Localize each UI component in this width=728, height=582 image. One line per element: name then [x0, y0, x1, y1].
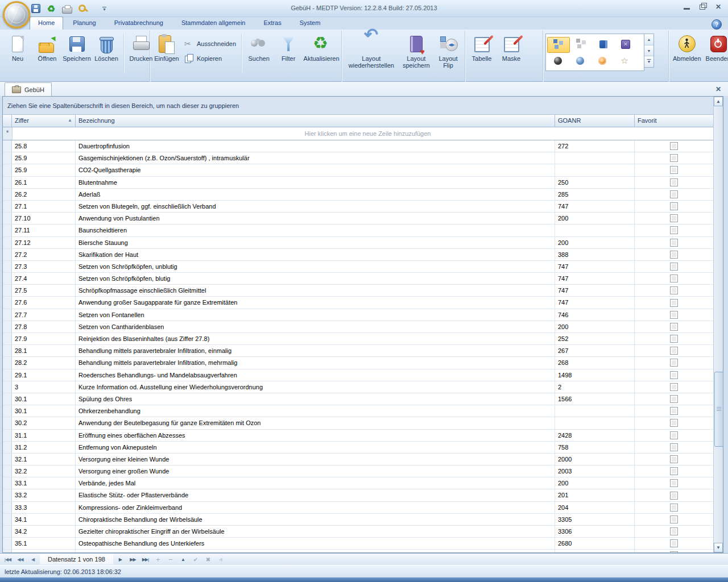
favorit-checkbox[interactable]: [670, 190, 678, 198]
table-row[interactable]: 27.2 Skarifikation der Haut 388: [3, 249, 723, 261]
nav-refresh-grid-icon[interactable]: [215, 555, 226, 564]
favorit-checkbox[interactable]: [670, 395, 678, 403]
layout-speichern-button[interactable]: Layout speichern: [400, 32, 433, 72]
favorit-checkbox[interactable]: [670, 202, 678, 210]
table-row[interactable]: 25.9 CO2-Quellgastherapie: [3, 164, 723, 176]
nav-next-icon[interactable]: [115, 555, 126, 564]
table-row[interactable]: 26.1 Blutentnahme 250: [3, 177, 723, 189]
favorit-checkbox[interactable]: [670, 275, 678, 282]
close-document-icon[interactable]: ✕: [714, 85, 722, 93]
nav-prior-icon[interactable]: [27, 555, 38, 564]
column-header-bezeichnung[interactable]: Bezeichnung: [76, 115, 555, 127]
restore-button[interactable]: [698, 3, 706, 10]
column-header-goanr[interactable]: GOANR: [555, 115, 635, 127]
nav-post-icon[interactable]: [190, 555, 201, 564]
group-by-panel[interactable]: Ziehen Sie eine Spaltenüberschrift in di…: [3, 97, 723, 115]
maske-button[interactable]: Maske: [497, 32, 526, 72]
favorit-checkbox[interactable]: [670, 263, 678, 271]
table-row[interactable]: 33.2 Elastische Stütz- oder Pflasterverb…: [3, 489, 723, 501]
favorit-checkbox[interactable]: [670, 214, 678, 222]
minimize-button[interactable]: [682, 3, 690, 10]
table-row[interactable]: 34.1 Chiropraktische Behandlung der Wirb…: [3, 514, 723, 526]
new-row[interactable]: * Hier klicken um eine neue Zeile hinzuz…: [3, 127, 723, 140]
table-row[interactable]: 35.2 Osteopathische Behandlung des Schul…: [3, 550, 723, 552]
close-window-button[interactable]: ✕: [714, 3, 722, 10]
filter-button[interactable]: Filter: [274, 32, 303, 72]
qat-print-icon[interactable]: [62, 7, 72, 14]
table-row[interactable]: 3 Kurze Information od. Ausstellung eine…: [3, 381, 723, 393]
favorit-checkbox[interactable]: [670, 551, 678, 552]
favorit-checkbox[interactable]: [670, 239, 678, 247]
table-row[interactable]: 31.1 Eröffnung eines oberflächen Abzesse…: [3, 430, 723, 442]
qat-key-icon[interactable]: [78, 3, 88, 14]
neu-button[interactable]: Neu: [3, 32, 32, 72]
color-blue-sphere-icon[interactable]: [569, 53, 591, 68]
favorit-checkbox[interactable]: [670, 166, 678, 174]
table-row[interactable]: 27.4 Setzen von Schröpfköpfen, blutig 74…: [3, 273, 723, 285]
scroll-up-icon[interactable]: ▲: [714, 97, 723, 106]
color-orange-swirl-icon[interactable]: [592, 53, 613, 68]
favorit-checkbox[interactable]: [670, 226, 678, 234]
tab-stammdaten-allgemein[interactable]: Stammdaten allgemein: [173, 16, 254, 30]
loeschen-button[interactable]: Löschen: [92, 32, 121, 72]
oeffnen-button[interactable]: Öffnen: [33, 32, 61, 72]
favorit-checkbox[interactable]: [670, 527, 678, 535]
table-row[interactable]: 34.2 Gezielter chiropraktischer Eingriff…: [3, 526, 723, 538]
table-row[interactable]: 26.2 Aderlaß 285: [3, 189, 723, 201]
nav-last-icon[interactable]: [140, 555, 151, 564]
gallery-more-icon[interactable]: [644, 56, 653, 67]
table-row[interactable]: 30.1 Ohrkerzenbehandlung: [3, 405, 723, 417]
document-tab-gebueh[interactable]: GebüH: [5, 82, 52, 97]
favorit-checkbox[interactable]: [670, 467, 678, 475]
table-row[interactable]: 27.3 Setzen von Schröpfköpfen, unblutig …: [3, 261, 723, 273]
layout-flip-button[interactable]: Layout Flip: [434, 32, 462, 72]
favorit-checkbox[interactable]: [670, 504, 678, 512]
tab-planung[interactable]: Planung: [64, 16, 104, 30]
color-black-sphere-icon[interactable]: [547, 53, 569, 68]
table-row[interactable]: 33.1 Verbände, jedes Mal 200: [3, 477, 723, 489]
favorit-checkbox[interactable]: [670, 323, 678, 331]
favorit-checkbox[interactable]: [670, 142, 678, 150]
aktualisieren-button[interactable]: Aktualisieren: [304, 32, 339, 72]
favorit-checkbox[interactable]: [670, 516, 678, 523]
table-row[interactable]: 27.7 Setzen von Fontanellen 746: [3, 309, 723, 321]
table-row[interactable]: 27.5 Schröpfkopfmassage einschließlich G…: [3, 285, 723, 297]
nav-edit-icon[interactable]: [177, 555, 188, 564]
favorit-checkbox[interactable]: [670, 311, 678, 319]
favorit-checkbox[interactable]: [670, 251, 678, 259]
table-row[interactable]: 30.2 Anwendung der Beutelbegasung für ga…: [3, 417, 723, 429]
nav-prior-page-icon[interactable]: [15, 555, 26, 564]
nav-next-page-icon[interactable]: [127, 555, 138, 564]
layout-wiederherstellen-button[interactable]: Layout wiederherstellen: [344, 32, 399, 72]
suchen-button[interactable]: Suchen: [245, 32, 273, 72]
speichern-button[interactable]: Speichern: [63, 32, 91, 72]
favorit-checkbox[interactable]: [670, 286, 678, 294]
column-header-favorit[interactable]: Favorit: [635, 115, 713, 127]
table-row[interactable]: 35.1 Osteopathische Behandlung des Unter…: [3, 538, 723, 550]
favorit-checkbox[interactable]: [670, 419, 678, 427]
favorit-checkbox[interactable]: [670, 383, 678, 391]
qat-save-icon[interactable]: [31, 4, 40, 13]
gallery-scroll-down-icon[interactable]: [644, 45, 653, 57]
table-row[interactable]: 32.2 Versorgung einer großen Wunde 2003: [3, 465, 723, 477]
table-row[interactable]: 27.11 Baunscheidtieren: [3, 225, 723, 236]
ausschneiden-button[interactable]: Ausschneiden: [184, 39, 236, 49]
color-blue-squares-icon[interactable]: [547, 37, 570, 53]
einfuegen-button[interactable]: Einfügen: [152, 32, 181, 72]
favorit-checkbox[interactable]: [670, 431, 678, 439]
table-row[interactable]: 25.8 Dauertropfinfusion 272: [3, 140, 723, 152]
scrollbar-thumb[interactable]: [714, 372, 723, 447]
favorit-checkbox[interactable]: [670, 371, 678, 379]
table-row[interactable]: 27.10 Anwendung von Pustulantien 200: [3, 213, 723, 225]
vertical-scrollbar[interactable]: ▲ ▼: [713, 97, 723, 552]
favorit-checkbox[interactable]: [670, 335, 678, 343]
favorit-checkbox[interactable]: [670, 455, 678, 463]
tab-home[interactable]: Home: [30, 16, 63, 30]
favorit-checkbox[interactable]: [670, 492, 678, 500]
tab-extras[interactable]: Extras: [255, 16, 289, 30]
nav-first-icon[interactable]: [2, 555, 13, 564]
nav-delete-icon[interactable]: [165, 555, 176, 564]
application-menu-button[interactable]: [3, 1, 30, 28]
nav-insert-icon[interactable]: [152, 555, 163, 564]
table-row[interactable]: 29.1 Roedersches Behandlungs- und Mandel…: [3, 369, 723, 381]
